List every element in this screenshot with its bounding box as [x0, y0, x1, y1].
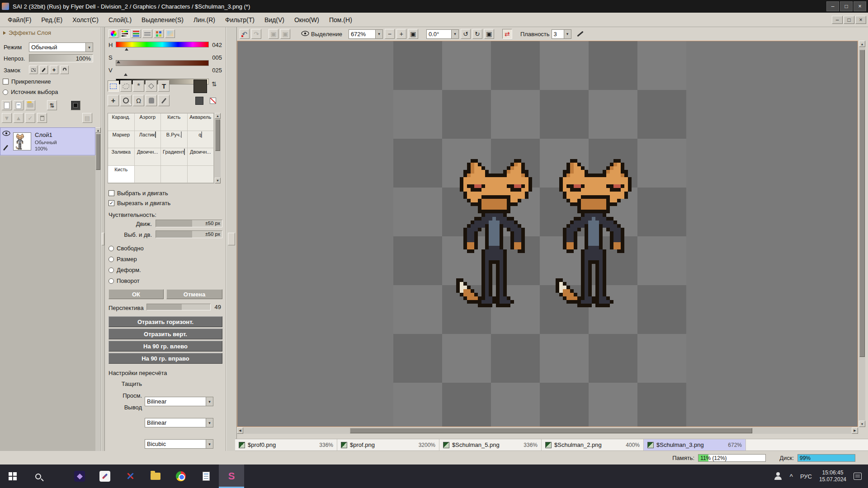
brush-fill[interactable]: Заливка [108, 148, 135, 166]
taskbar-app-1[interactable] [67, 465, 92, 488]
rotate-90-left-button[interactable]: На 90 гр. влево [108, 341, 222, 352]
brush-airbrush[interactable]: Аэрогр [135, 113, 161, 131]
menu-item-window[interactable]: Окно(W) [289, 14, 324, 25]
tab-schulman-5[interactable]: $Schulman_5.png336% [439, 439, 542, 450]
rotate-ccw-button[interactable]: ↺ [461, 29, 471, 39]
scroll-down-icon[interactable]: ▼ [215, 178, 221, 183]
dropdown-arrow-icon[interactable]: ▾ [206, 440, 213, 448]
layer-menu-button[interactable]: ▤ [82, 113, 92, 123]
selection-eye-icon[interactable] [301, 31, 309, 38]
brush-gradient[interactable]: Градиент [161, 148, 188, 166]
zoom-select[interactable]: 672%▾ [349, 29, 383, 39]
brush-empty-3[interactable] [188, 166, 214, 183]
output-resample-select[interactable]: Bicubic▾ [145, 439, 213, 449]
menu-item-canvas[interactable]: Холст(C) [67, 14, 104, 25]
delete-layer-button[interactable] [37, 113, 47, 123]
cut-and-move-checkbox[interactable]: ✓ [108, 200, 114, 206]
value-slider-marker[interactable] [124, 73, 127, 76]
scroll-down-icon[interactable]: ▼ [859, 421, 865, 427]
blend-mode-select[interactable]: Обычный ▾ [29, 42, 93, 52]
lasso-tool[interactable] [120, 80, 132, 92]
brush-q[interactable]: q [188, 131, 214, 149]
selection-source-radio[interactable] [3, 89, 8, 95]
move-sensitivity-field[interactable]: ±50 px [156, 220, 222, 227]
canvas-viewport[interactable] [237, 41, 858, 427]
notification-center-icon[interactable] [854, 473, 862, 480]
saturation-slider-marker[interactable] [117, 61, 120, 63]
window-close-button[interactable]: × [854, 1, 866, 11]
brush-empty-1[interactable] [135, 166, 161, 183]
transparent-color-swatch[interactable] [210, 98, 216, 104]
rotate-cw-button[interactable]: ↻ [472, 29, 482, 39]
scale-radio[interactable] [108, 257, 114, 262]
color-wheel-tab[interactable] [108, 29, 118, 38]
menu-item-layer[interactable]: Слой(L) [104, 14, 137, 25]
zoom-reset-button[interactable]: ▣ [408, 29, 418, 39]
rgb-sliders-tab[interactable] [131, 29, 141, 38]
new-layer-button[interactable] [2, 100, 12, 110]
saturation-slider[interactable] [116, 60, 209, 66]
brush-scroll-thumb[interactable] [215, 119, 220, 151]
brush-waterbrush[interactable]: В.Руч. [161, 131, 188, 149]
lock-transparency-button[interactable] [29, 66, 38, 74]
doc-close-button[interactable]: × [855, 16, 866, 24]
move-tool[interactable]: + [108, 95, 119, 106]
layer-row[interactable]: Слой1 Обычный 100% [0, 127, 95, 155]
brush-binary2[interactable]: Двоичн... [188, 148, 214, 166]
selection-invert-button[interactable]: ▣ [280, 29, 290, 39]
view-resample-select[interactable]: Bilinear▾ [145, 418, 213, 427]
redo-button[interactable]: ↷ [251, 29, 261, 39]
lock-position-button[interactable]: + [50, 66, 58, 74]
layer-thumbnail[interactable] [13, 132, 31, 150]
lock-all-button[interactable] [60, 66, 69, 74]
brush-pencil[interactable]: Каранд. [108, 113, 135, 131]
flip-vertical-button[interactable]: Отразить верт. [108, 328, 222, 339]
layer-extra-button[interactable] [71, 100, 80, 110]
taskbar-app-notes[interactable] [193, 465, 219, 488]
flip-horizontal-button[interactable]: Отразить горизонт. [108, 316, 222, 327]
canvas-vscroll-thumb[interactable] [859, 50, 865, 357]
dropdown-arrow-icon[interactable]: ▾ [451, 30, 458, 38]
panel-divider-2[interactable] [226, 27, 237, 465]
taskbar-clock[interactable]: 15:06:4515.07.2024 [819, 469, 846, 483]
free-transform-radio[interactable] [108, 246, 114, 251]
dropdown-arrow-icon[interactable]: ▾ [85, 43, 93, 52]
taskbar-app-sai1[interactable] [92, 465, 118, 488]
rotate-view-tool[interactable]: Ω [133, 95, 144, 106]
taskbar-app-explorer[interactable] [143, 465, 168, 488]
swatches-tab[interactable] [154, 29, 164, 38]
eyedropper-tool[interactable] [158, 95, 170, 106]
smoothness-select[interactable]: 3▾ [552, 29, 571, 39]
primary-color-swatch[interactable] [193, 80, 207, 93]
angle-reset-button[interactable]: ▣ [484, 29, 494, 39]
select-and-move-checkbox[interactable] [108, 190, 114, 196]
selection-clear-button[interactable]: ▣ [269, 29, 278, 39]
menu-item-filter[interactable]: Фильтр(T) [220, 14, 259, 25]
color-sliders-tab[interactable] [120, 29, 130, 38]
menu-item-view[interactable]: Вид(V) [259, 14, 289, 25]
rotate-radio[interactable] [108, 278, 114, 284]
canvas-hscrollbar[interactable]: ◀ ▶ [237, 427, 858, 434]
dropdown-arrow-icon[interactable]: ▾ [206, 418, 213, 427]
ok-button[interactable]: ОК [108, 289, 164, 299]
scroll-up-icon[interactable]: ▲ [859, 41, 865, 47]
doc-minimize-button[interactable]: – [832, 16, 843, 24]
brush-custom[interactable]: Кисть [108, 166, 135, 183]
poly-select-tool[interactable] [146, 80, 157, 92]
divider-handle-icon[interactable] [102, 233, 104, 245]
deform-radio[interactable] [108, 267, 114, 273]
select-move-sensitivity-field[interactable]: ±50 px [156, 230, 222, 238]
tab-prof[interactable]: $prof.png3200% [337, 439, 439, 450]
scroll-up-icon[interactable]: ▲ [95, 127, 101, 133]
canvas-hscroll-thumb[interactable] [350, 428, 752, 433]
layer-visibility-icon[interactable] [2, 131, 10, 137]
zoom-out-button[interactable]: − [385, 29, 395, 39]
swap-colors-icon[interactable]: ⇅ [212, 80, 217, 88]
hand-tool[interactable] [146, 95, 157, 106]
brush-grid-scrollbar[interactable]: ▲ ▼ [215, 113, 221, 183]
layer-list-vscrollbar[interactable]: ▲ ▼ [95, 127, 101, 457]
brush-eraser[interactable]: Ластик [135, 131, 161, 149]
text-tool[interactable]: T [158, 80, 170, 92]
scratchpad-tab[interactable] [165, 29, 175, 38]
rotate-90-right-button[interactable]: На 90 гр. вправо [108, 353, 222, 364]
